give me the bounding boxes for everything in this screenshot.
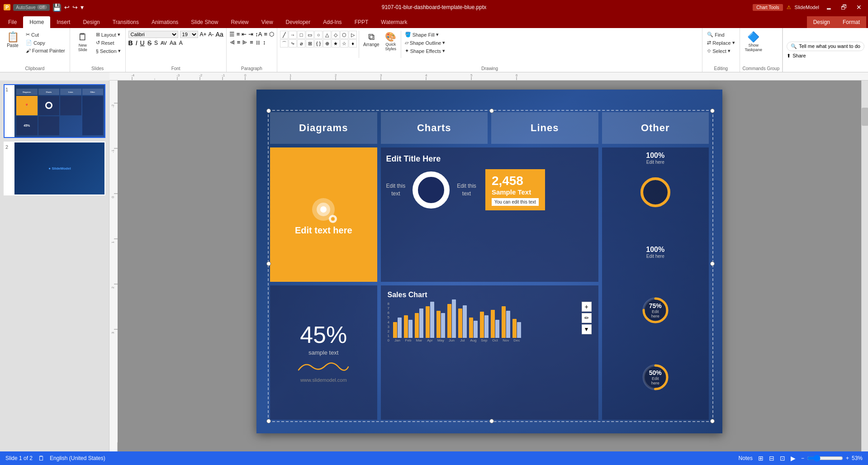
shape6[interactable]: ▷ [349,31,357,39]
tell-me-input[interactable]: 🔍 Tell me what you want to do [787,42,864,51]
reading-view-btn[interactable]: ⊡ [780,455,785,462]
strikethrough-btn[interactable]: S [147,39,152,47]
shape11[interactable]: { } [314,39,323,47]
bold-btn[interactable]: B [128,39,133,47]
font-decrease-btn[interactable]: A- [209,31,214,38]
rounded-rect-shape[interactable]: ▭ [306,31,314,39]
slide-thumb-2[interactable]: 2 ● SlideModel [4,142,105,195]
charts-area-cell[interactable]: Edit Title Here Edit thistext Edit thist… [381,147,598,282]
italic-btn[interactable]: I [136,39,138,47]
header-lines[interactable]: Lines [491,112,598,144]
col-btn[interactable]: ⫼ [255,39,261,46]
line-shape[interactable]: ╱ [280,31,288,39]
font-color-btn[interactable]: A [179,40,183,46]
shape12[interactable]: ⊕ [323,39,331,47]
tab-format[interactable]: Format [836,16,866,28]
clear-format-btn[interactable]: Aa [216,31,223,38]
shape-fill-button[interactable]: 🪣 Shape Fill ▾ [403,31,447,38]
zoom-in-btn[interactable]: + [846,455,849,461]
header-other[interactable]: Other [602,112,709,144]
replace-button[interactable]: ⇄ Replace ▾ [705,39,736,47]
indent-left-btn[interactable]: ⇤ [242,31,247,38]
tab-watermark[interactable]: Watermark [375,16,413,28]
maximize-btn[interactable]: 🗗 [838,3,850,12]
format-painter-button[interactable]: 🖌 Format Painter [24,47,67,54]
slide-sorter-btn[interactable]: ⊟ [769,455,774,462]
shape7[interactable]: ⌒ [280,39,288,47]
smartart-btn[interactable]: ⬡ [269,31,274,38]
indent-right-btn[interactable]: ⇥ [248,31,253,38]
change-case-btn[interactable]: Aa [170,40,176,46]
tab-home[interactable]: Home [23,16,50,28]
tab-developer[interactable]: Developer [280,16,317,28]
tab-animations[interactable]: Animations [145,16,185,28]
sel-handle-mr[interactable] [710,261,715,266]
sel-handle-tl[interactable] [266,109,271,113]
shape4[interactable]: ◇ [332,31,340,39]
tab-insert[interactable]: Insert [50,16,76,28]
chart-filter-btn[interactable]: ▼ [582,324,592,334]
align-right-btn[interactable]: ⫸ [242,39,248,46]
cut-button[interactable]: ✂ Cut [24,31,67,38]
font-increase-btn[interactable]: A+ [200,31,207,38]
tab-design[interactable]: Design [76,16,106,28]
copy-button[interactable]: 📄 Copy [24,39,67,47]
shape13[interactable]: ★ [332,39,340,47]
sel-handle-br[interactable] [710,419,715,423]
save-icon[interactable]: 💾 [52,3,62,12]
tab-fppt[interactable]: FPPT [348,16,375,28]
quick-styles-button[interactable]: 🎨 Quick Styles [383,31,399,52]
shape8[interactable]: ⤷ [289,39,297,47]
sales-chart-cell[interactable]: Sales Chart 8 7 6 5 4 3 2 1 0 [381,285,598,420]
share-button[interactable]: ⬆ Share [787,53,864,59]
align-left-btn[interactable]: ⫷ [229,39,235,46]
sel-handle-tr[interactable] [710,109,715,113]
align-text-btn[interactable]: ≡ [264,31,267,38]
shape5[interactable]: ⬡ [340,31,348,39]
shape14[interactable]: ☆ [340,39,348,47]
vertical-scrollbar[interactable] [861,81,868,451]
notes-btn[interactable]: Notes [739,455,753,461]
font-name-select[interactable]: Calibri [128,31,178,38]
tab-transitions[interactable]: Transitions [106,16,145,28]
close-btn[interactable]: ✕ [854,3,864,12]
customize-icon[interactable]: ▾ [81,4,84,11]
tab-design2[interactable]: Design [807,16,836,28]
arrow-shape[interactable]: → [289,31,297,39]
char-spacing-btn[interactable]: AV [161,40,167,46]
tab-addins[interactable]: Add-Ins [317,16,348,28]
orange-text[interactable]: Edit text here [295,225,352,236]
find-button[interactable]: 🔍 Find [705,31,736,38]
autosave-toggle[interactable]: AutoSave Off [13,4,49,11]
sel-handle-tm[interactable] [489,109,494,113]
shape15[interactable]: ♦ [349,39,357,47]
redo-icon[interactable]: ↪ [72,4,78,11]
arrange-button[interactable]: ⧉ Arrange [361,31,382,48]
slide-thumb-1[interactable]: 1 Diagrams Charts Lines Other 📍 [4,84,105,138]
tab-review[interactable]: Review [224,16,255,28]
tab-slideshow[interactable]: Slide Show [185,16,224,28]
chart-plus-btn[interactable]: + [582,302,592,312]
tab-file[interactable]: File [2,16,23,28]
rect-shape[interactable]: □ [297,31,305,39]
undo-icon[interactable]: ↩ [64,4,70,11]
show-taskpane-button[interactable]: 🔷 Show Taskpane [743,31,765,53]
canvas-area[interactable]: Diagrams Charts Lines Other [118,81,861,451]
justify-btn[interactable]: ≡ [250,39,253,46]
underline-btn[interactable]: U [140,39,145,47]
triangle-shape[interactable]: △ [323,31,331,39]
line-spacing-btn[interactable]: ↕ [263,39,266,46]
chart-pencil-btn[interactable]: ✏ [582,313,592,323]
shape-effects-button[interactable]: ✦ Shape Effects ▾ [403,47,447,55]
normal-view-btn[interactable]: ⊞ [758,455,764,462]
layout-button[interactable]: ⊞ Layout ▾ [94,31,123,38]
number-card[interactable]: 2,458 Sample Text You can edit this text [485,169,545,210]
shape-outline-button[interactable]: ▱ Shape Outline ▾ [403,39,447,47]
select-button[interactable]: ⊹ Select ▾ [705,47,736,55]
slideshow-btn[interactable]: ▶ [791,455,796,462]
new-slide-button[interactable]: 🗒 New Slide [73,31,93,53]
text-direction-btn[interactable]: ↕A [255,31,262,38]
shape10[interactable]: ⊞ [306,39,314,47]
sel-handle-ml[interactable] [266,261,271,266]
font-size-select[interactable]: 19 [180,31,198,38]
